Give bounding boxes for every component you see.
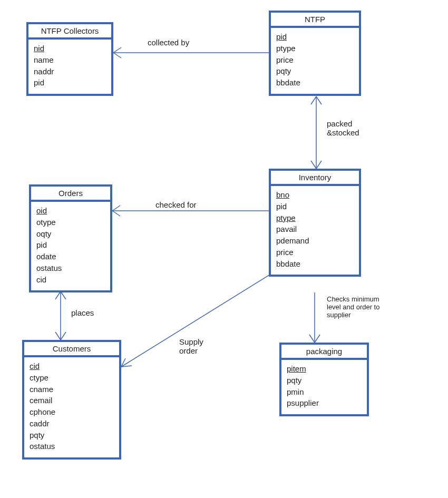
attr: price: [276, 54, 354, 66]
attr: cname: [30, 384, 114, 395]
attr: nid: [34, 43, 106, 54]
attr: pid: [276, 201, 354, 212]
attr: ctype: [30, 372, 114, 384]
entity-attrs: oid otype oqty pid odate ostatus cid: [31, 202, 110, 290]
rel-places: places: [71, 308, 94, 317]
attr: psupplier: [287, 397, 362, 409]
attr: caddr: [30, 418, 114, 429]
attr: cid: [30, 360, 114, 372]
attr: ostatus: [36, 262, 105, 274]
attr: pid: [276, 31, 354, 43]
attr: bbdate: [276, 258, 354, 270]
entity-title: Orders: [31, 187, 110, 202]
entity-title: NTFP Collectors: [28, 24, 111, 40]
er-diagram-canvas: collected by packed &stocked checked for…: [0, 0, 448, 498]
entity-title: NTFP: [271, 13, 359, 28]
entity-inventory: Inventory bno pid ptype pavail pdemand p…: [269, 169, 361, 277]
attr: name: [34, 54, 106, 66]
entity-title: packaging: [281, 345, 367, 360]
rel-checks-min: Checks minimum level and order to suppli…: [327, 295, 379, 319]
entity-attrs: cid ctype cname cemail cphone caddr pqty…: [24, 357, 119, 457]
rel-packed-stocked: packed &stocked: [327, 119, 359, 137]
entity-customers: Customers cid ctype cname cemail cphone …: [22, 340, 121, 460]
attr: ptype: [276, 212, 354, 224]
attr: bno: [276, 189, 354, 201]
rel-supply-order: Supply order: [179, 337, 203, 355]
attr: pitem: [287, 363, 362, 375]
entity-orders: Orders oid otype oqty pid odate ostatus …: [29, 184, 112, 292]
attr: pavail: [276, 223, 354, 235]
rel-collected-by: collected by: [148, 38, 189, 47]
attr: odate: [36, 251, 105, 262]
attr: pqty: [276, 65, 354, 77]
entity-ntfp-collectors: NTFP Collectors nid name naddr pid: [26, 22, 113, 96]
entity-title: Customers: [24, 342, 119, 357]
attr: otype: [36, 217, 105, 228]
attr: bbdate: [276, 77, 354, 89]
attr: oid: [36, 205, 105, 217]
attr: naddr: [34, 66, 106, 77]
attr: pdemand: [276, 235, 354, 247]
entity-attrs: pitem pqty pmin psupplier: [281, 360, 367, 414]
attr: pid: [36, 239, 105, 251]
entity-attrs: pid ptype price pqty bbdate: [271, 28, 359, 94]
attr: pmin: [287, 386, 362, 398]
entity-attrs: bno pid ptype pavail pdemand price bbdat…: [271, 186, 359, 275]
entity-ntfp: NTFP pid ptype price pqty bbdate: [269, 11, 361, 96]
attr: price: [276, 247, 354, 258]
attr: ptype: [276, 43, 354, 54]
attr: cphone: [30, 406, 114, 418]
entity-title: Inventory: [271, 171, 359, 186]
attr: pid: [34, 77, 106, 89]
attr: oqty: [36, 228, 105, 240]
rel-checked-for: checked for: [155, 200, 197, 209]
attr: cid: [36, 274, 105, 286]
attr: ostatus: [30, 441, 114, 452]
attr: cemail: [30, 395, 114, 406]
attr: pqty: [30, 429, 114, 441]
attr: pqty: [287, 375, 362, 386]
entity-attrs: nid name naddr pid: [28, 40, 111, 94]
entity-packaging: packaging pitem pqty pmin psupplier: [279, 343, 369, 416]
